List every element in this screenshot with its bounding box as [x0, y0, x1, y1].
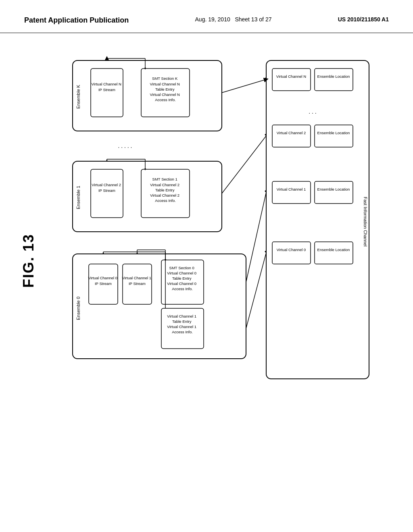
fic-vc0-el-box	[315, 242, 353, 264]
fic-vcn-box	[272, 69, 311, 91]
fic-vcn-el-label: Ensemble Location	[317, 74, 350, 79]
fic-vc1-box	[272, 181, 311, 204]
ensemble-0-box	[73, 254, 246, 359]
fic-outer-box	[266, 60, 369, 379]
fic-vcn-el-box	[315, 69, 353, 91]
ensemble-k-label: Ensemble K	[76, 85, 81, 109]
fic-vc0-el-label: Ensemble Location	[317, 247, 350, 252]
vc-n-ipstream-box	[91, 69, 123, 117]
arrow-0vc1-to-fic0	[246, 253, 266, 328]
fic-vc0-box	[272, 242, 311, 264]
fic-vc2-label: Virtual Channel 2	[277, 131, 306, 135]
diagram-area: Ensemble K Virtual Channel N IP Stream S…	[32, 56, 387, 484]
fic-vc2-box	[272, 125, 311, 147]
fic-vc1-el-box	[315, 181, 353, 204]
diagram-svg: Ensemble K Virtual Channel N IP Stream S…	[32, 56, 379, 459]
arrow-0vc0-to-fic1	[246, 192, 266, 282]
vc-2-ipstream-box	[91, 169, 123, 218]
vc-0-ipstream-label: Virtual Channel 0 IP Stream	[88, 276, 118, 286]
header-title: Patent Application Publication	[24, 16, 129, 25]
header-patent: US 2010/211850 A1	[338, 16, 389, 23]
page-header: Patent Application Publication Aug. 19, …	[0, 0, 413, 33]
fic-vcn-label: Virtual Channel N	[276, 74, 306, 79]
ensemble-1-box	[73, 161, 222, 232]
ensemble-1-label: Ensemble 1	[76, 186, 81, 209]
fic-vc2-el-label: Ensemble Location	[317, 131, 350, 135]
smt-0-vc1-label: Virtual Channel 1 Table Entry Virtual Ch…	[167, 314, 197, 334]
vc-n-ipstream-label: Virtual Channel N IP Stream	[92, 82, 123, 92]
ensemble-k-box	[73, 60, 222, 131]
dots-k-1: · · · · ·	[118, 144, 132, 150]
smt-1-label: SMT Section 1 Virtual Channel 2 Table En…	[150, 177, 180, 203]
fic-label: Fast Information Channel	[363, 197, 368, 247]
ensemble-0-label: Ensemble 0	[76, 297, 81, 320]
smt-0-vc0-label: SMT Section 0 Virtual Channel 0 Table En…	[167, 266, 197, 291]
header-sheet: Sheet 13 of 27	[235, 16, 271, 23]
arrow-1-to-fic2	[222, 136, 266, 193]
header-date: Aug. 19, 2010	[195, 16, 230, 23]
vc-1-ipstream-label: Virtual Channel 1 IP Stream	[122, 276, 152, 286]
fic-vc0-label: Virtual Channel 0	[277, 247, 306, 252]
smt-k-label: SMT Section K Virtual Channel N Table En…	[150, 76, 181, 102]
fic-vc1-label: Virtual Channel 1	[277, 187, 306, 191]
arrow-k-to-ficn	[222, 79, 266, 93]
header-center: Aug. 19, 2010 Sheet 13 of 27	[195, 16, 272, 23]
fic-dots-n2: · · ·	[309, 110, 316, 116]
fic-vc1-el-label: Ensemble Location	[317, 187, 350, 191]
vc-2-ipstream-label: Virtual Channel 2 IP Stream	[92, 183, 122, 193]
fic-vc2-el-box	[315, 125, 353, 147]
